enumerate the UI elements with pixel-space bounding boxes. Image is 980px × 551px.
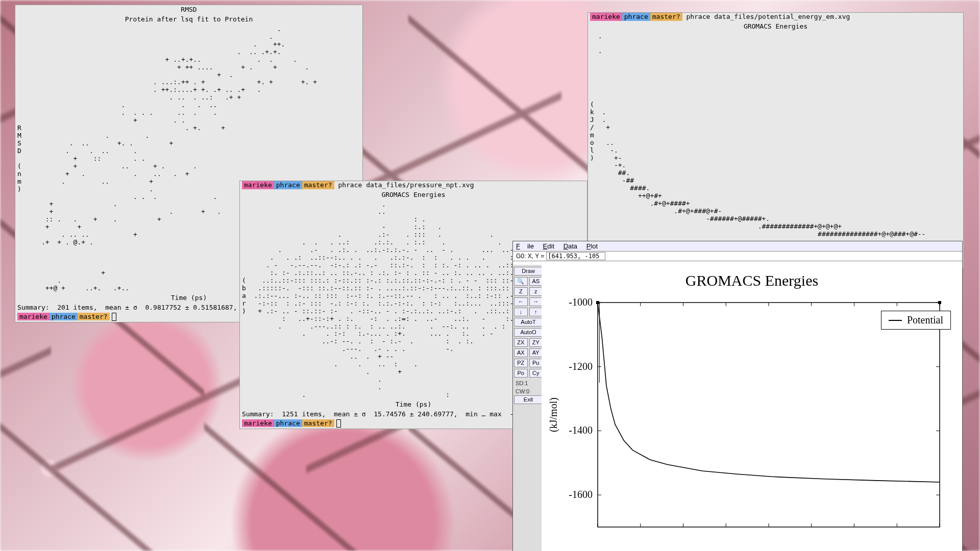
pan-left-icon[interactable]: ← xyxy=(514,297,528,306)
cursor-icon xyxy=(336,419,341,428)
svg-text:-1200: -1200 xyxy=(569,361,593,372)
prompt-user: marieke xyxy=(17,313,50,321)
potential-title: GROMACS Energies xyxy=(588,22,963,32)
prompt-user: marieke xyxy=(590,13,622,21)
terminal-potential: mariekephracemaster? phrace data_files/p… xyxy=(588,13,963,268)
svg-text:-1600: -1600 xyxy=(569,489,593,500)
prompt-branch: master? xyxy=(650,13,682,21)
prompt-potential-top[interactable]: mariekephracemaster? phrace data_files/p… xyxy=(588,13,963,22)
cy-button[interactable]: Cy xyxy=(529,369,543,378)
zx-button[interactable]: ZX xyxy=(514,338,528,347)
cw-readout: CW:0 xyxy=(514,387,543,395)
prompt-user: marieke xyxy=(242,419,274,428)
coord-readout[interactable] xyxy=(546,252,605,260)
pu-button[interactable]: Pu xyxy=(529,359,543,367)
svg-text:(kJ/mol): (kJ/mol) xyxy=(548,397,559,432)
plot-title: GROMACS Energies xyxy=(542,265,962,292)
pressure-title: GROMACS Energies xyxy=(240,190,587,200)
autoscale-button[interactable]: AS xyxy=(529,277,543,286)
prompt-branch: master? xyxy=(302,181,334,189)
legend-swatch xyxy=(889,320,902,321)
po-button[interactable]: Po xyxy=(514,369,528,378)
status-row: G0: X, Y = xyxy=(513,252,962,261)
prompt-pressure-top[interactable]: mariekephracemaster? phrace data_files/p… xyxy=(240,181,587,190)
draw-button[interactable]: Draw xyxy=(514,267,543,276)
pressure-cmd: phrace data_files/pressure_npt.xvg xyxy=(338,181,474,189)
legend-label: Potential xyxy=(907,314,943,326)
status-label: G0: X, Y = xyxy=(516,253,544,260)
prompt-branch: master? xyxy=(78,313,110,321)
zy-button[interactable]: ZY xyxy=(529,338,543,347)
svg-rect-0 xyxy=(598,303,940,527)
cursor-icon xyxy=(112,313,116,321)
autot-button[interactable]: AutoT xyxy=(514,318,543,327)
svg-text:-1000: -1000 xyxy=(569,296,593,308)
ax-button[interactable]: AX xyxy=(514,348,528,357)
prompt-workspace: phrace xyxy=(50,313,78,321)
prompt-workspace: phrace xyxy=(622,13,650,21)
grace-window: File Edit Data Plot G0: X, Y = Draw 🔍 AS… xyxy=(512,241,963,551)
rmsd-subtitle: Protein after lsq fit to Protein xyxy=(15,15,362,24)
ay-button[interactable]: AY xyxy=(529,348,543,357)
sd-readout: SD:1 xyxy=(514,379,543,387)
pz-button[interactable]: PZ xyxy=(514,359,528,367)
prompt-user: marieke xyxy=(242,181,274,189)
menu-edit[interactable]: Edit xyxy=(543,242,554,250)
zoom-in-icon[interactable]: 🔍 xyxy=(514,277,528,286)
autoo-button[interactable]: AutoO xyxy=(514,328,543,337)
legend: Potential xyxy=(881,311,951,330)
menu-plot[interactable]: Plot xyxy=(586,242,598,250)
grace-plot-svg: -1000-1200-1400-1600(kJ/mol) xyxy=(542,292,960,547)
pan-right-icon[interactable]: → xyxy=(529,297,543,306)
potential-cmd: phrace data_files/potential_energy_em.xv… xyxy=(686,13,850,20)
prompt-workspace: phrace xyxy=(274,181,302,189)
svg-rect-32 xyxy=(938,301,941,304)
menubar: File Edit Data Plot xyxy=(513,241,962,252)
prompt-branch: master? xyxy=(302,419,334,428)
prompt-workspace: phrace xyxy=(274,419,302,428)
menu-file[interactable]: File xyxy=(516,242,534,250)
zoom-cap-button[interactable]: Z xyxy=(514,287,528,296)
zoom-low-button[interactable]: z xyxy=(529,287,543,296)
exit-button[interactable]: Exit xyxy=(514,395,543,404)
menu-data[interactable]: Data xyxy=(564,242,577,250)
svg-text:-1400: -1400 xyxy=(569,424,593,436)
rmsd-title: RMSD xyxy=(15,5,362,15)
toolbox: Draw 🔍 AS Z z ← → ↓ ↑ AutoT AutoO ZXZY A… xyxy=(513,265,544,551)
potential-ascii-plot: . . ( k . J . / + m o .. l -. ) +- -+. #… xyxy=(588,32,963,239)
pan-up-icon[interactable]: ↑ xyxy=(529,308,543,316)
plot-area[interactable]: GROMACS Energies Potential -1000-1200-14… xyxy=(542,265,962,551)
pan-down-icon[interactable]: ↓ xyxy=(514,308,528,316)
